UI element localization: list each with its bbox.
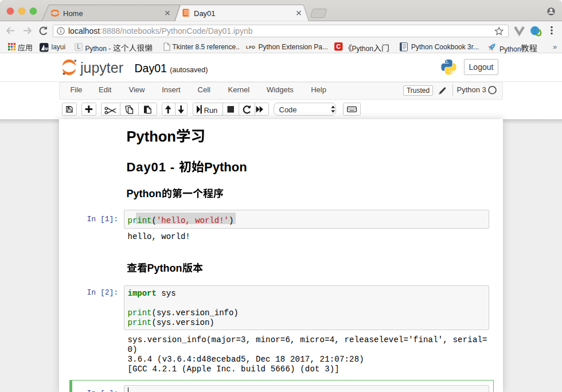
svg-text:C: C — [336, 43, 341, 50]
